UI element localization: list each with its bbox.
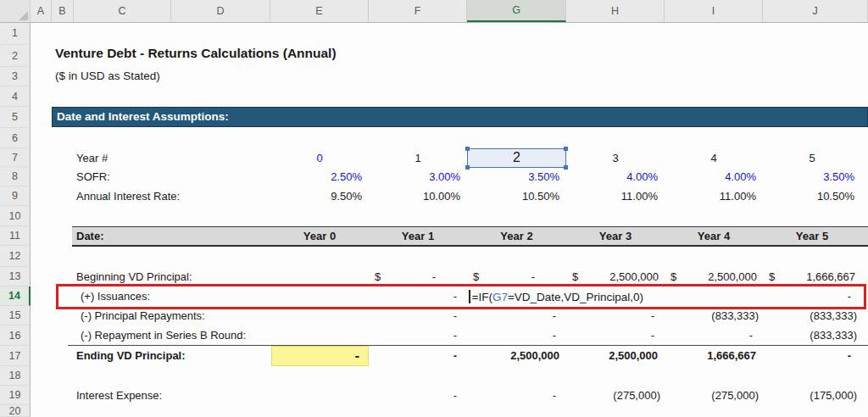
cell-interest-y5[interactable]: (175,000)	[763, 386, 861, 405]
cell-value: 2,500,000	[609, 267, 659, 286]
series-b-repayment-label[interactable]: (-) Repayment in Series B Round:	[81, 325, 246, 345]
row-header-5[interactable]: 5	[0, 107, 31, 128]
interest-expense-label[interactable]: Interest Expense:	[76, 386, 162, 405]
cell-seriesb-y4[interactable]: -	[665, 325, 763, 346]
row-header-11[interactable]: 11	[0, 226, 31, 246]
cell-value: -	[531, 267, 535, 286]
highlighted-input-cell-E17[interactable]: -	[271, 346, 369, 366]
cell-beg-principal-y5[interactable]: $ 1,666,667	[763, 267, 861, 286]
cell-year-2: 2	[468, 149, 565, 167]
column-header-j[interactable]: J	[763, 0, 868, 22]
cell-sofr-y5[interactable]: 3.50%	[763, 167, 861, 186]
ending-principal-label[interactable]: Ending VD Principal:	[76, 346, 186, 365]
row-header-6[interactable]: 6	[0, 128, 31, 148]
issuances-label[interactable]: (+) Issuances:	[81, 286, 150, 306]
cell-seriesb-y2[interactable]: -	[467, 325, 566, 346]
cell-ending-y2[interactable]: 2,500,000	[467, 346, 566, 366]
row-header-20[interactable]: 20	[0, 405, 31, 417]
row-header-4[interactable]: 4	[0, 86, 31, 107]
cell-rate-y5[interactable]: 10.50%	[763, 186, 861, 206]
column-header-b[interactable]: B	[52, 0, 74, 22]
cell-sofr-y0[interactable]: 2.50%	[270, 167, 369, 186]
cell-seriesb-y5[interactable]: (833,333)	[763, 325, 861, 346]
cell-year-5[interactable]: 5	[763, 148, 861, 168]
row-header-10[interactable]: 10	[0, 206, 31, 226]
referenced-cell-G7[interactable]: 2	[467, 148, 566, 168]
cell-interest-y4[interactable]: (275,000)	[665, 386, 763, 405]
cell-repay-y2[interactable]: -	[467, 306, 566, 325]
cell-seriesb-y3[interactable]: -	[566, 325, 665, 346]
cell-rate-y1[interactable]: 10.00%	[369, 186, 467, 206]
formula-edit-cell[interactable]: =IF(G7=VD_Date,VD_Principal,0)	[469, 286, 643, 307]
cell-interest-y3[interactable]: (275,000)	[566, 386, 665, 405]
cell-beg-principal-y3[interactable]: $ 2,500,000	[566, 267, 665, 286]
cell-sofr-y3[interactable]: 4.00%	[566, 167, 665, 186]
header-year-4[interactable]: Year 4	[665, 226, 763, 247]
row-header-2[interactable]: 2	[0, 45, 31, 67]
column-header-f[interactable]: F	[369, 0, 467, 22]
cell-interest-y2[interactable]: -	[467, 386, 566, 405]
row-header-18[interactable]: 18	[0, 366, 31, 386]
row-header-19[interactable]: 19	[0, 386, 31, 405]
cell-sofr-y1[interactable]: 3.00%	[369, 167, 467, 186]
cell-seriesb-y1[interactable]: -	[369, 325, 467, 346]
row-header-7[interactable]: 7	[0, 148, 31, 167]
column-header-a[interactable]: A	[31, 0, 52, 22]
header-year-2[interactable]: Year 2	[467, 226, 566, 247]
row-header-3[interactable]: 3	[0, 67, 31, 86]
row-header-1[interactable]: 1	[0, 22, 31, 45]
cell-issuances-y1[interactable]: -	[369, 286, 467, 307]
header-year-0[interactable]: Year 0	[270, 226, 369, 247]
cell-interest-y1[interactable]: -	[369, 386, 467, 405]
cell-repay-y3[interactable]: -	[566, 306, 665, 325]
cell-ending-y3[interactable]: 2,500,000	[566, 346, 665, 366]
cell-sofr-y2[interactable]: 3.50%	[467, 167, 566, 186]
date-band-label[interactable]: Date:	[76, 226, 104, 246]
select-all-corner[interactable]	[0, 0, 31, 22]
section-header-date-interest[interactable]: Date and Interest Assumptions:	[52, 107, 868, 127]
cell-repay-y5[interactable]: (833,333)	[763, 306, 861, 325]
cell-rate-y4[interactable]: 11.00%	[665, 186, 763, 206]
row-header-13[interactable]: 13	[0, 267, 31, 286]
row-header-15[interactable]: 15	[0, 306, 31, 325]
column-header-h[interactable]: H	[566, 0, 665, 22]
row-header-8[interactable]: 8	[0, 167, 31, 186]
cell-year-3[interactable]: 3	[566, 148, 665, 168]
principal-repayments-label[interactable]: (-) Principal Repayments:	[81, 306, 205, 325]
cell-issuances-y5[interactable]: -	[763, 286, 861, 307]
column-header-g-active[interactable]: G	[467, 0, 566, 22]
cell-beg-principal-y2[interactable]: $ -	[467, 267, 566, 286]
row-header-14-active[interactable]: 14	[0, 286, 31, 306]
cell-year-4[interactable]: 4	[665, 148, 763, 168]
cell-beg-principal-y1[interactable]: $ -	[369, 267, 467, 286]
cell-rate-y3[interactable]: 11.00%	[566, 186, 665, 206]
cell-repay-y4[interactable]: (833,333)	[665, 306, 763, 325]
sheet-title[interactable]: Venture Debt - Returns Calculations (Ann…	[55, 43, 337, 63]
sheet-subtitle[interactable]: ($ in USD as Stated)	[55, 66, 160, 86]
column-header-d[interactable]: D	[171, 0, 270, 22]
annual-rate-label[interactable]: Annual Interest Rate:	[76, 186, 180, 206]
cell-beg-principal-y4[interactable]: $ 2,500,000	[665, 267, 763, 286]
cell-rate-y0[interactable]: 9.50%	[270, 186, 369, 206]
cell-ending-y5[interactable]: -	[763, 346, 861, 366]
header-year-1[interactable]: Year 1	[369, 226, 467, 247]
sofr-label[interactable]: SOFR:	[76, 167, 110, 186]
cell-ending-y1[interactable]: -	[369, 346, 467, 366]
row-header-12[interactable]: 12	[0, 246, 31, 267]
row-header-9[interactable]: 9	[0, 186, 31, 206]
beginning-principal-label[interactable]: Beginning VD Principal:	[76, 267, 192, 286]
cell-rate-y2[interactable]: 10.50%	[467, 186, 566, 206]
cell-year-1[interactable]: 1	[369, 148, 467, 168]
cell-repay-y1[interactable]: -	[369, 306, 467, 325]
header-year-3[interactable]: Year 3	[566, 226, 665, 247]
row-header-17[interactable]: 17	[0, 346, 31, 366]
column-header-c[interactable]: C	[74, 0, 171, 22]
column-header-e[interactable]: E	[270, 0, 369, 22]
column-header-i[interactable]: I	[665, 0, 763, 22]
cell-sofr-y4[interactable]: 4.00%	[665, 167, 763, 186]
cell-year-0[interactable]: 0	[270, 148, 369, 168]
row-header-16[interactable]: 16	[0, 325, 31, 346]
cell-ending-y4[interactable]: 1,666,667	[665, 346, 763, 366]
year-number-label[interactable]: Year #	[76, 148, 108, 168]
header-year-5[interactable]: Year 5	[763, 226, 861, 247]
